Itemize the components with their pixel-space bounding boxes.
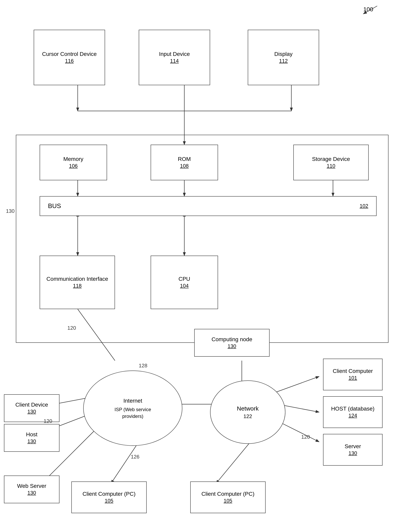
client-computer-pc-right-ref: 105 [223,497,232,504]
cpu-ref: 104 [180,282,188,289]
web-server-ref: 130 [27,489,36,496]
computing-node-text: Computing node [211,336,252,343]
host-database-box: HOST (database) 124 [323,396,383,428]
client-computer-pc-right-label: Client Computer (PC) [201,490,254,497]
svg-line-23 [275,376,319,392]
host-database-ref: 124 [348,412,357,419]
svg-line-26 [216,438,254,483]
cpu-box: CPU 104 [151,256,218,309]
network-ref: 122 [243,413,252,420]
ref-120-left-top: 120 [67,325,76,331]
bus-box: BUS 102 [40,196,377,216]
memory-ref: 106 [69,163,77,169]
host-label: Host [26,431,37,438]
host-box: Host 130 [4,424,59,452]
ref-120-left-mid: 120 [43,418,52,424]
client-device-box: Client Device 130 [4,394,59,422]
internet-label: Internet [124,397,142,405]
client-computer-pc-bottom-ref: 105 [105,497,113,504]
memory-label: Memory [63,156,83,163]
display-label: Display [274,50,292,58]
server-label: Server [345,443,361,450]
svg-line-27 [363,6,377,14]
computing-node-label-box: Computing node 130 [194,329,270,357]
ref-128: 128 [139,363,147,369]
cursor-control-ref: 116 [65,58,74,64]
server-box: Server 130 [323,434,383,466]
server-ref: 130 [348,450,357,457]
web-server-box: Web Server 130 [4,476,59,503]
comm-interface-label: Communication Interface [46,275,108,282]
cursor-control-device-box: Cursor Control Device 116 [34,30,105,85]
host-ref: 130 [27,438,36,445]
ref-120-right: 120 [301,434,310,440]
network-label: Network [237,404,259,413]
internet-ellipse: Internet ISP (Web serviceproviders) [83,371,182,446]
client-computer-101-box: Client Computer 101 [323,359,383,390]
host-database-label: HOST (database) [331,405,375,412]
cursor-control-label: Cursor Control Device [42,50,97,58]
client-computer-pc-right-box: Client Computer (PC) 105 [190,482,266,513]
bus-ref: 102 [360,203,368,209]
bus-label: BUS [48,202,61,210]
client-device-ref: 130 [27,408,36,415]
client-computer-pc-bottom-box: Client Computer (PC) 105 [71,482,147,513]
comm-interface-box: Communication Interface 118 [40,256,115,309]
rom-ref: 108 [180,163,188,169]
computing-node-big-ref: 130 [6,208,14,214]
input-device-label: Input Device [159,50,190,58]
storage-device-box: Storage Device 110 [293,145,369,180]
client-computer-101-label: Client Computer [333,367,373,375]
fig-arrow-svg [357,4,381,16]
ref-126: 126 [131,454,139,460]
network-ellipse: Network 122 [210,380,285,444]
display-box: Display 112 [248,30,319,85]
client-device-label: Client Device [15,401,48,408]
web-server-label: Web Server [17,483,46,489]
storage-device-label: Storage Device [312,156,350,163]
client-computer-pc-bottom-label: Client Computer (PC) [82,490,136,497]
cpu-label: CPU [178,275,190,282]
computing-node-ref: 130 [228,343,236,350]
comm-interface-ref: 118 [73,282,81,289]
isp-label: ISP (Web serviceproviders) [115,406,151,419]
client-computer-101-ref: 101 [348,375,357,381]
rom-label: ROM [178,156,191,163]
memory-box: Memory 106 [40,145,107,180]
diagram: 100 Cursor Control Device 116 Input Devi… [0,0,397,532]
display-ref: 112 [279,58,288,64]
input-device-ref: 114 [170,58,179,64]
storage-device-ref: 110 [327,163,335,169]
input-device-box: Input Device 114 [139,30,210,85]
rom-box: ROM 108 [151,145,218,180]
